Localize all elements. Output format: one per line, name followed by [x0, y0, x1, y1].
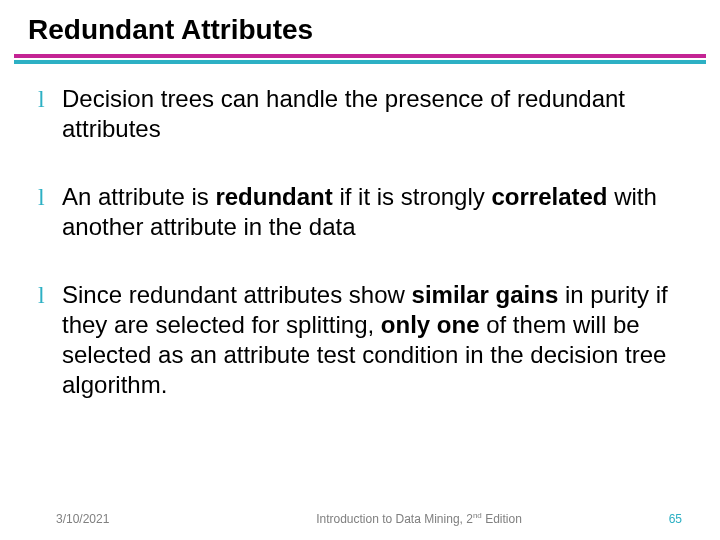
footer-date: 3/10/2021	[56, 512, 216, 526]
bullet-text: Decision trees can handle the presence o…	[62, 84, 682, 144]
bullet-marker: l	[38, 280, 62, 310]
footer-title: Introduction to Data Mining, 2nd Edition	[216, 511, 622, 526]
bullet-item: l An attribute is redundant if it is str…	[38, 182, 682, 242]
footer-page-number: 65	[622, 512, 682, 526]
title-rules	[14, 54, 706, 64]
slide-title: Redundant Attributes	[0, 0, 720, 54]
bullet-item: l Since redundant attributes show simila…	[38, 280, 682, 400]
content-area: l Decision trees can handle the presence…	[0, 64, 720, 400]
footer-title-post: Edition	[482, 512, 522, 526]
bullet-marker: l	[38, 182, 62, 212]
bullet-item: l Decision trees can handle the presence…	[38, 84, 682, 144]
footer-title-sup: nd	[473, 511, 482, 520]
bullet-text: Since redundant attributes show similar …	[62, 280, 682, 400]
rule-magenta	[14, 54, 706, 58]
footer: 3/10/2021 Introduction to Data Mining, 2…	[0, 511, 720, 526]
slide: Redundant Attributes l Decision trees ca…	[0, 0, 720, 540]
bullet-text: An attribute is redundant if it is stron…	[62, 182, 682, 242]
bullet-marker: l	[38, 84, 62, 114]
footer-title-pre: Introduction to Data Mining, 2	[316, 512, 473, 526]
